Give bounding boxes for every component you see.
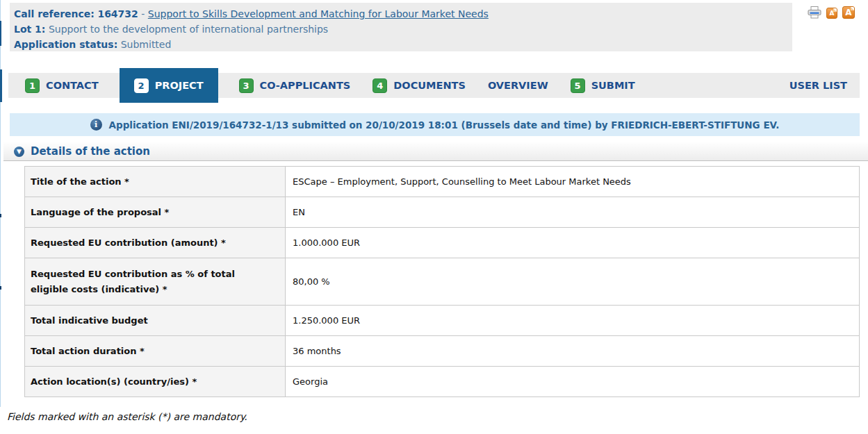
- call-summary-box: Call reference: 164732 - Support to Skil…: [10, 3, 792, 51]
- left-edge-segment: [0, 69, 2, 102]
- tab-co-applicants[interactable]: 3 CO-APPLICANTS: [239, 78, 351, 93]
- tab-project-label: PROJECT: [155, 80, 204, 91]
- row-value: ESCape – Employment, Support, Counsellin…: [286, 167, 860, 197]
- print-icon[interactable]: [808, 6, 821, 19]
- tab-user-list-label: USER LIST: [789, 80, 847, 91]
- tab-documents-number: 4: [372, 78, 387, 93]
- application-status-value: Submitted: [121, 39, 172, 50]
- left-edge-tick: [0, 214, 1, 217]
- submission-info-bar: i Application ENI/2019/164732-1/13 submi…: [10, 113, 860, 136]
- table-row: Title of the action * ESCape – Employmen…: [25, 167, 860, 197]
- font-increase-letter: A: [845, 8, 851, 17]
- info-icon: i: [90, 119, 102, 131]
- table-row: Requested EU contribution as % of total …: [25, 258, 860, 306]
- tab-submit-label: SUBMIT: [591, 80, 635, 91]
- collapse-chevron-icon: ▼: [14, 147, 24, 157]
- font-decrease-letter: A: [830, 10, 835, 17]
- table-row: Action location(s) (country/ies) * Georg…: [25, 367, 860, 397]
- row-value: EN: [286, 197, 860, 228]
- separator: -: [141, 8, 145, 19]
- left-edge-tick: [0, 286, 1, 290]
- row-label: Total action duration *: [25, 336, 286, 367]
- application-status-label: Application status:: [14, 39, 117, 50]
- row-label: Requested EU contribution as % of total …: [25, 258, 286, 306]
- font-decrease-icon[interactable]: A: [826, 8, 837, 19]
- section-header-details-of-the-action[interactable]: ▼ Details of the action: [3, 142, 868, 161]
- lot-line: Lot 1: Support to the development of int…: [14, 22, 792, 37]
- table-row: Language of the proposal * EN: [25, 197, 860, 228]
- row-label: Total indicative budget: [25, 306, 286, 336]
- application-page: Call reference: 164732 - Support to Skil…: [0, 0, 868, 434]
- tab-contact-label: CONTACT: [46, 80, 99, 91]
- table-row: Requested EU contribution (amount) * 1.0…: [25, 228, 860, 258]
- tab-contact[interactable]: 1 CONTACT: [25, 78, 99, 93]
- tab-overview-label: OVERVIEW: [488, 80, 548, 91]
- details-table: Title of the action * ESCape – Employmen…: [24, 166, 860, 397]
- row-value: 80,00 %: [286, 258, 860, 306]
- tab-project[interactable]: 2 PROJECT: [120, 68, 218, 103]
- lot-label: Lot 1:: [14, 24, 45, 35]
- lot-value: Support to the development of internatio…: [49, 24, 328, 35]
- tab-co-applicants-label: CO-APPLICANTS: [260, 80, 351, 91]
- tab-bar: 1 CONTACT 2 PROJECT 3 CO-APPLICANTS 4 DO…: [8, 73, 860, 98]
- font-increase-icon[interactable]: A: [842, 6, 855, 19]
- tab-documents[interactable]: 4 DOCUMENTS: [372, 78, 466, 93]
- row-label: Requested EU contribution (amount) *: [25, 228, 286, 258]
- status-line: Application status: Submitted: [14, 37, 792, 52]
- tab-overview[interactable]: OVERVIEW: [488, 80, 548, 91]
- tab-contact-number: 1: [25, 78, 40, 93]
- table-row: Total action duration * 36 months: [25, 336, 860, 367]
- tab-project-number: 2: [134, 78, 149, 93]
- left-edge-segment: [0, 21, 1, 46]
- left-edge-line: [0, 0, 1, 407]
- call-reference-label: Call reference:: [14, 8, 95, 19]
- tab-user-list[interactable]: USER LIST: [789, 80, 847, 91]
- call-title-link[interactable]: Support to Skills Development and Matchi…: [148, 8, 489, 19]
- row-label: Action location(s) (country/ies) *: [25, 367, 286, 397]
- row-label: Title of the action *: [25, 167, 286, 197]
- call-reference-value: 164732: [97, 8, 138, 19]
- utility-icons: A A: [808, 6, 855, 19]
- call-reference-line: Call reference: 164732 - Support to Skil…: [14, 6, 792, 22]
- tab-co-applicants-number: 3: [239, 78, 254, 93]
- row-value: 1.250.000 EUR: [286, 306, 860, 336]
- row-value: Georgia: [286, 367, 860, 397]
- row-label: Language of the proposal *: [25, 197, 286, 228]
- tab-submit[interactable]: 5 SUBMIT: [571, 78, 635, 93]
- submission-info-text: Application ENI/2019/164732-1/13 submitt…: [109, 119, 780, 131]
- tab-documents-label: DOCUMENTS: [393, 80, 466, 91]
- tab-submit-number: 5: [571, 78, 585, 93]
- mandatory-fields-note: Fields marked with an asterisk (*) are m…: [7, 411, 247, 422]
- table-row: Total indicative budget 1.250.000 EUR: [25, 306, 860, 336]
- section-title: Details of the action: [31, 145, 150, 158]
- row-value: 1.000.000 EUR: [286, 228, 860, 258]
- row-value: 36 months: [286, 336, 860, 367]
